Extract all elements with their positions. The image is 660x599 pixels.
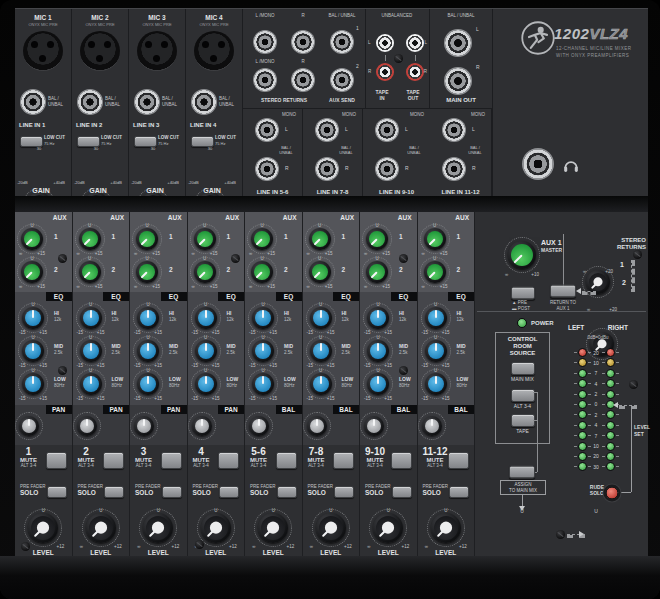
aux-1-knob[interactable] xyxy=(251,228,273,250)
aux-2-knob[interactable] xyxy=(194,261,216,283)
meter-led-left xyxy=(578,452,587,461)
eq-mid-knob[interactable] xyxy=(195,340,217,362)
aux-1-knob[interactable] xyxy=(79,228,101,250)
solo-button[interactable] xyxy=(219,486,239,498)
eq-mid-knob[interactable] xyxy=(137,340,159,362)
aux-2-knob[interactable] xyxy=(366,261,388,283)
solo-button[interactable] xyxy=(449,486,469,498)
eq-low-knob[interactable] xyxy=(80,373,102,395)
assign-to-main-mix-button[interactable] xyxy=(509,466,535,479)
solo-button[interactable] xyxy=(392,486,412,498)
assign-to-main-mix-label: ASSIGN TO MAIN MIX xyxy=(500,480,546,495)
level-knob[interactable] xyxy=(143,513,173,543)
stereo-line-in-row: MONO L BAL /UNBAL R LINE IN 5-6 MONO L xyxy=(243,108,492,198)
eq-section: EQ U -15+15 HI12k U xyxy=(15,292,72,405)
pre-post-button[interactable] xyxy=(511,287,535,300)
mixer-1202vlz4: MIC 1 ONYX MIC PRE BAL /UNBAL LINE IN 1 … xyxy=(0,0,660,599)
mute-button[interactable] xyxy=(448,452,469,469)
mic-channels: MIC 1 ONYX MIC PRE BAL /UNBAL LINE IN 1 … xyxy=(15,9,243,197)
aux-2-knob[interactable] xyxy=(251,261,273,283)
mute-button[interactable] xyxy=(46,452,67,469)
eq-hi-knob[interactable] xyxy=(367,307,389,329)
mute-button[interactable] xyxy=(218,452,239,469)
eq-hi-knob[interactable] xyxy=(137,307,159,329)
eq-hi-knob[interactable] xyxy=(80,307,102,329)
mic-label: MIC 4 xyxy=(186,14,242,22)
eq-section: EQ U -15+15 HI12k U xyxy=(73,292,130,405)
aux-1-knob[interactable] xyxy=(21,228,43,250)
aux-1-knob[interactable] xyxy=(366,228,388,250)
mute-button[interactable] xyxy=(391,452,412,469)
aux-1-knob[interactable] xyxy=(424,228,446,250)
eq-low-knob[interactable] xyxy=(252,373,274,395)
return-to-aux1-button[interactable] xyxy=(550,285,576,298)
pan-knob[interactable] xyxy=(422,416,442,436)
level-knob[interactable] xyxy=(316,513,346,543)
mute-button[interactable] xyxy=(161,452,182,469)
tagline: 12-CHANNEL MIC/LINE MIXER xyxy=(556,46,631,53)
aux-2-knob[interactable] xyxy=(309,261,331,283)
eq-mid-knob[interactable] xyxy=(80,340,102,362)
aux-2-knob[interactable] xyxy=(21,261,43,283)
main-out-label: MAIN OUT xyxy=(430,97,492,104)
alt34-source-button[interactable] xyxy=(511,389,535,402)
pan-knob[interactable] xyxy=(77,416,97,436)
pan-knob[interactable] xyxy=(307,416,327,436)
level-knob[interactable] xyxy=(258,513,288,543)
pan-knob[interactable] xyxy=(364,416,384,436)
aux-1-knob[interactable] xyxy=(309,228,331,250)
eq-low-knob[interactable] xyxy=(367,373,389,395)
mic-channel: MIC 3 ONYX MIC PRE BAL /UNBAL LINE IN 3 … xyxy=(129,9,186,197)
level-knob[interactable] xyxy=(28,513,58,543)
eq-hi-knob[interactable] xyxy=(252,307,274,329)
solo-button[interactable] xyxy=(162,486,182,498)
pan-knob[interactable] xyxy=(134,416,154,436)
meter-row: 7 xyxy=(570,370,622,377)
main-mix-source-button[interactable] xyxy=(511,362,535,375)
aux-1-knob[interactable] xyxy=(136,228,158,250)
mute-button[interactable] xyxy=(103,452,124,469)
level-section: U ∞+12 LEVEL xyxy=(188,508,245,562)
eq-low-knob[interactable] xyxy=(22,373,44,395)
eq-hi-knob[interactable] xyxy=(310,307,332,329)
level-knob[interactable] xyxy=(201,513,231,543)
aux-1-knob[interactable] xyxy=(194,228,216,250)
level-knob[interactable] xyxy=(373,513,403,543)
level-knob[interactable] xyxy=(86,513,116,543)
screw xyxy=(231,254,240,263)
eq-low-knob[interactable] xyxy=(425,373,447,395)
chassis-bottom xyxy=(0,556,660,599)
solo-button[interactable] xyxy=(47,486,67,498)
solo-button[interactable] xyxy=(277,486,297,498)
aux-2-knob[interactable] xyxy=(424,261,446,283)
channel-strip: AUX U ∞+15 1 U xyxy=(245,212,303,556)
solo-button[interactable] xyxy=(334,486,354,498)
pan-knob[interactable] xyxy=(249,416,269,436)
pan-knob[interactable] xyxy=(192,416,212,436)
line-input-jack xyxy=(191,89,217,115)
eq-low-knob[interactable] xyxy=(195,373,217,395)
mute-button[interactable] xyxy=(276,452,297,469)
eq-hi-knob[interactable] xyxy=(425,307,447,329)
eq-mid-knob[interactable] xyxy=(367,340,389,362)
eq-hi-knob[interactable] xyxy=(22,307,44,329)
gain-label: GAIN xyxy=(15,187,67,195)
eq-mid-knob[interactable] xyxy=(425,340,447,362)
eq-mid-knob[interactable] xyxy=(22,340,44,362)
aux-2-knob[interactable] xyxy=(136,261,158,283)
mute-button[interactable] xyxy=(333,452,354,469)
eq-low-knob[interactable] xyxy=(137,373,159,395)
aux-2-knob[interactable] xyxy=(79,261,101,283)
aux1-master-knob[interactable] xyxy=(508,241,536,269)
eq-hi-knob[interactable] xyxy=(195,307,217,329)
eq-mid-knob[interactable] xyxy=(252,340,274,362)
level-knob[interactable] xyxy=(431,513,461,543)
pan-knob[interactable] xyxy=(19,416,39,436)
meter-led-right xyxy=(606,431,615,440)
eq-mid-knob[interactable] xyxy=(310,340,332,362)
eq-low-knob[interactable] xyxy=(310,373,332,395)
solo-button[interactable] xyxy=(104,486,124,498)
channel-number: 4 xyxy=(193,447,210,457)
tape-source-button[interactable] xyxy=(511,414,535,427)
meter-row: 7 xyxy=(570,432,622,439)
